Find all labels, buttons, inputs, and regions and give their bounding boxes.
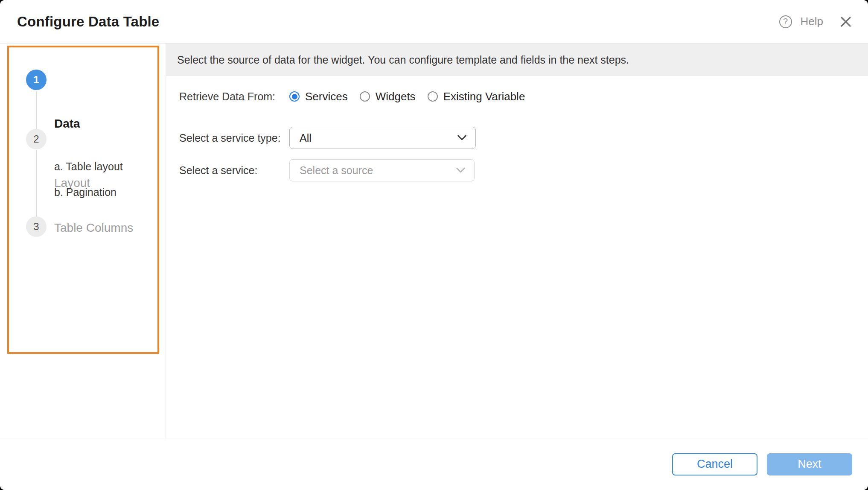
close-button[interactable] bbox=[839, 15, 852, 28]
data-source-radio-group: Services Widgets Existing Variable bbox=[289, 90, 525, 103]
step-1-circle[interactable]: 1 bbox=[26, 70, 47, 90]
dialog-body: 1 Data 2 Layout a. Table layout b. Pagin… bbox=[0, 44, 868, 438]
substep-pagination[interactable]: b. Pagination bbox=[54, 185, 117, 199]
service-type-row: Select a service type: All bbox=[179, 127, 868, 149]
chevron-down-icon bbox=[456, 167, 466, 173]
step-3-circle[interactable]: 3 bbox=[26, 216, 47, 237]
chevron-down-icon bbox=[457, 135, 467, 141]
page-title: Configure Data Table bbox=[17, 14, 159, 30]
data-source-form: Retrieve Data From: Services Widgets bbox=[166, 76, 868, 181]
close-icon bbox=[840, 16, 852, 28]
service-type-dropdown[interactable]: All bbox=[289, 127, 476, 149]
step-2-circle[interactable]: 2 bbox=[26, 129, 47, 149]
service-row: Select a service: Select a source bbox=[179, 159, 868, 181]
radio-existing-variable-label: Existing Variable bbox=[443, 90, 525, 103]
info-banner: Select the source of data for the widget… bbox=[166, 44, 868, 76]
retrieve-data-from-row: Retrieve Data From: Services Widgets bbox=[179, 90, 868, 103]
step-1-label-data[interactable]: Data bbox=[54, 115, 80, 132]
service-dropdown[interactable]: Select a source bbox=[289, 159, 475, 181]
service-label: Select a service: bbox=[179, 164, 289, 177]
radio-existing-variable[interactable]: Existing Variable bbox=[428, 90, 525, 103]
service-type-label: Select a service type: bbox=[179, 132, 289, 144]
help-label: Help bbox=[801, 15, 823, 28]
step-3-label-table-columns[interactable]: Table Columns bbox=[54, 219, 133, 236]
retrieve-data-from-label: Retrieve Data From: bbox=[179, 90, 289, 103]
radio-widgets[interactable]: Widgets bbox=[360, 90, 416, 103]
dialog-header: Configure Data Table ? Help bbox=[0, 0, 868, 44]
dialog-footer: Cancel Next bbox=[0, 438, 868, 490]
info-banner-text: Select the source of data for the widget… bbox=[177, 54, 629, 66]
service-placeholder: Select a source bbox=[300, 164, 373, 177]
service-type-value: All bbox=[300, 132, 312, 144]
question-mark-icon: ? bbox=[779, 15, 792, 28]
wizard-steps-sidebar: 1 Data 2 Layout a. Table layout b. Pagin… bbox=[0, 44, 166, 438]
help-button[interactable]: ? Help bbox=[779, 15, 823, 28]
radio-services[interactable]: Services bbox=[289, 90, 348, 103]
next-button[interactable]: Next bbox=[767, 453, 852, 475]
step-connector bbox=[36, 91, 37, 129]
highlight-box bbox=[7, 46, 159, 354]
radio-services-label: Services bbox=[305, 90, 348, 103]
substep-table-layout[interactable]: a. Table layout bbox=[54, 160, 123, 173]
configure-data-table-dialog: Configure Data Table ? Help 1 Data 2 Lay… bbox=[0, 0, 868, 490]
radio-unselected-icon bbox=[428, 91, 438, 102]
cancel-button[interactable]: Cancel bbox=[672, 453, 757, 475]
radio-unselected-icon bbox=[360, 91, 370, 102]
step-connector bbox=[36, 150, 37, 216]
radio-selected-icon bbox=[289, 91, 300, 102]
step-content: Select the source of data for the widget… bbox=[166, 44, 868, 438]
radio-widgets-label: Widgets bbox=[376, 90, 416, 103]
